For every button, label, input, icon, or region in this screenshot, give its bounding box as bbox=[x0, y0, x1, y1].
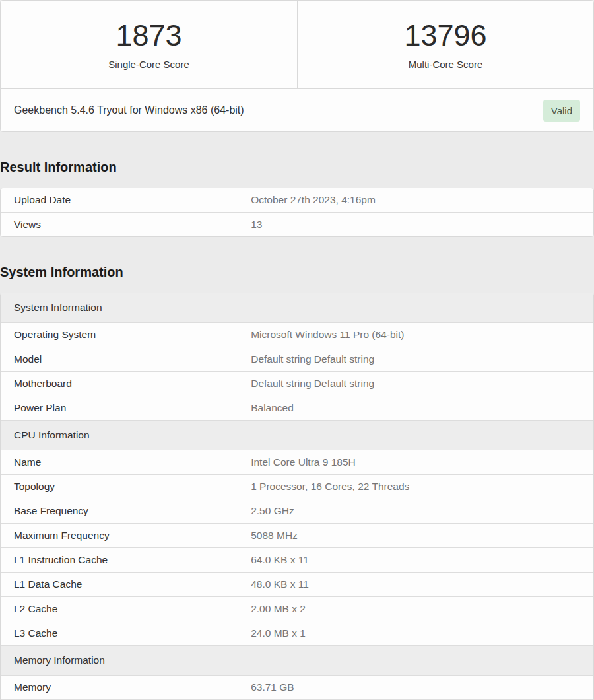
table-row: L2 Cache2.00 MB x 2 bbox=[1, 596, 593, 621]
table-row: Views13 bbox=[1, 212, 593, 236]
group-header-label: CPU Information bbox=[1, 420, 593, 450]
row-value: 2.50 GHz bbox=[238, 499, 593, 523]
row-label: Views bbox=[1, 212, 238, 236]
multi-core-score-value: 13796 bbox=[404, 19, 486, 52]
result-information-heading: Result Information bbox=[0, 160, 594, 175]
row-label: Operating System bbox=[1, 322, 238, 347]
system-information-table-body: System InformationOperating SystemMicros… bbox=[1, 293, 593, 700]
row-value: October 27th 2023, 4:16pm bbox=[238, 188, 593, 212]
table-row: Base Frequency2.50 GHz bbox=[1, 499, 593, 523]
row-label: Power Plan bbox=[1, 396, 238, 420]
row-value: 2.00 MB x 2 bbox=[238, 596, 593, 621]
group-header-label: Memory Information bbox=[1, 645, 593, 675]
row-label: Topology bbox=[1, 474, 238, 499]
table-row: Topology1 Processor, 16 Cores, 22 Thread… bbox=[1, 474, 593, 499]
row-value: Default string Default string bbox=[238, 371, 593, 396]
group-header-label: System Information bbox=[1, 293, 593, 322]
table-group-header-row: CPU Information bbox=[1, 420, 593, 450]
multi-core-score-cell: 13796 Multi-Core Score bbox=[297, 1, 593, 88]
table-row: Upload DateOctober 27th 2023, 4:16pm bbox=[1, 188, 593, 212]
table-row: L1 Data Cache48.0 KB x 11 bbox=[1, 572, 593, 596]
system-information-table: System InformationOperating SystemMicros… bbox=[0, 293, 594, 700]
score-card: 1873 Single-Core Score 13796 Multi-Core … bbox=[0, 0, 594, 132]
row-label: Motherboard bbox=[1, 371, 238, 396]
result-information-table: Upload DateOctober 27th 2023, 4:16pmView… bbox=[0, 188, 594, 237]
row-label: L1 Instruction Cache bbox=[1, 547, 238, 572]
row-value: Default string Default string bbox=[238, 347, 593, 371]
row-value: 48.0 KB x 11 bbox=[238, 572, 593, 596]
row-value: 24.0 MB x 1 bbox=[238, 621, 593, 645]
row-value: Microsoft Windows 11 Pro (64-bit) bbox=[238, 322, 593, 347]
row-value: 1 Processor, 16 Cores, 22 Threads bbox=[238, 474, 593, 499]
table-row: ModelDefault string Default string bbox=[1, 347, 593, 371]
table-row: Memory63.71 GB bbox=[1, 675, 593, 699]
single-core-score-label: Single-Core Score bbox=[108, 59, 189, 70]
row-value: 64.0 KB x 11 bbox=[238, 547, 593, 572]
row-value: Intel Core Ultra 9 185H bbox=[238, 450, 593, 474]
table-row: MotherboardDefault string Default string bbox=[1, 371, 593, 396]
row-value: 63.71 GB bbox=[238, 675, 593, 699]
system-information-heading: System Information bbox=[0, 265, 594, 280]
table-group-header-row: System Information bbox=[1, 293, 593, 322]
table-row: Maximum Frequency5088 MHz bbox=[1, 523, 593, 547]
multi-core-score-label: Multi-Core Score bbox=[409, 59, 483, 70]
result-information-table-body: Upload DateOctober 27th 2023, 4:16pmView… bbox=[1, 188, 593, 236]
row-value: 13 bbox=[238, 212, 593, 236]
row-value: Balanced bbox=[238, 396, 593, 420]
table-group-header-row: Memory Information bbox=[1, 645, 593, 675]
row-label: Base Frequency bbox=[1, 499, 238, 523]
row-label: L3 Cache bbox=[1, 621, 238, 645]
table-row: L3 Cache24.0 MB x 1 bbox=[1, 621, 593, 645]
table-row: Operating SystemMicrosoft Windows 11 Pro… bbox=[1, 322, 593, 347]
row-label: L2 Cache bbox=[1, 596, 238, 621]
table-row: L1 Instruction Cache64.0 KB x 11 bbox=[1, 547, 593, 572]
single-core-score-cell: 1873 Single-Core Score bbox=[1, 1, 297, 88]
row-label: Maximum Frequency bbox=[1, 523, 238, 547]
row-label: Name bbox=[1, 450, 238, 474]
row-label: L1 Data Cache bbox=[1, 572, 238, 596]
row-label: Model bbox=[1, 347, 238, 371]
valid-badge: Valid bbox=[543, 100, 580, 122]
table-row: Power PlanBalanced bbox=[1, 396, 593, 420]
score-row: 1873 Single-Core Score 13796 Multi-Core … bbox=[1, 1, 593, 88]
table-row: NameIntel Core Ultra 9 185H bbox=[1, 450, 593, 474]
row-value: 5088 MHz bbox=[238, 523, 593, 547]
benchmark-title-bar: Geekbench 5.4.6 Tryout for Windows x86 (… bbox=[1, 88, 593, 131]
geekbench-result-page: { "scores": [ { "value": "1873", "label"… bbox=[0, 0, 594, 700]
single-core-score-value: 1873 bbox=[116, 19, 182, 52]
row-label: Memory bbox=[1, 675, 238, 699]
benchmark-title: Geekbench 5.4.6 Tryout for Windows x86 (… bbox=[14, 104, 244, 116]
row-label: Upload Date bbox=[1, 188, 238, 212]
